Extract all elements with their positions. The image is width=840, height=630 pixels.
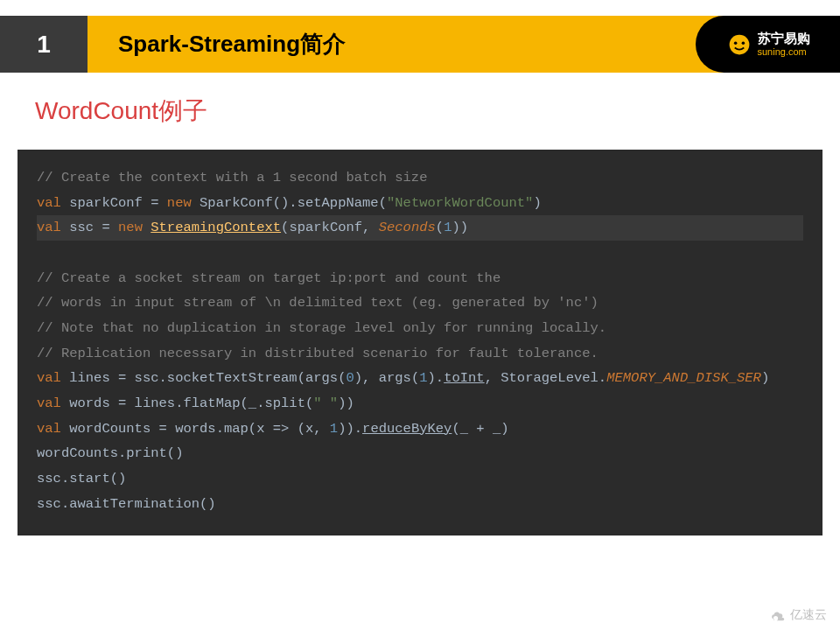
section-number: 1	[37, 31, 51, 59]
code-line: // Note that no duplication in storage l…	[37, 316, 803, 341]
code-line-highlighted: val ssc = new StreamingContext(sparkConf…	[37, 215, 803, 241]
slide-header: 1 Spark-Streaming简介 苏宁易购 suning.com	[0, 16, 840, 73]
svg-point-0	[729, 34, 749, 54]
code-line: // Replication necessary in distributed …	[37, 341, 803, 367]
code-line: wordCounts.print()	[37, 441, 803, 466]
slide-title: Spark-Streaming简介	[88, 16, 696, 73]
section-number-box: 1	[0, 16, 88, 73]
cloud-icon	[769, 610, 787, 620]
code-line: // Create the context with a 1 second ba…	[37, 165, 803, 191]
code-block: // Create the context with a 1 second ba…	[18, 150, 822, 536]
code-line: val sparkConf = new SparkConf().setAppNa…	[37, 191, 803, 216]
code-line: ssc.start()	[37, 466, 803, 492]
logo-text-cn: 苏宁易购	[758, 32, 810, 46]
logo-text-en: suning.com	[758, 46, 810, 57]
watermark-text: 亿速云	[790, 607, 827, 623]
subtitle-cn: 例子	[158, 97, 207, 124]
lion-icon	[726, 32, 752, 58]
svg-point-1	[733, 41, 737, 45]
code-line: ssc.awaitTermination()	[37, 492, 803, 517]
code-line: val words = lines.flatMap(_.split(" "))	[37, 391, 803, 416]
subtitle-en: WordCount	[35, 97, 158, 124]
code-line: val wordCounts = words.map(x => (x, 1)).…	[37, 416, 803, 442]
logo-text: 苏宁易购 suning.com	[758, 32, 810, 57]
code-line: val lines = ssc.socketTextStream(args(0)…	[37, 366, 803, 391]
code-line: // Create a socket stream on target ip:p…	[37, 266, 803, 291]
code-line	[37, 241, 803, 266]
svg-point-2	[741, 41, 745, 45]
subtitle: WordCount例子	[0, 73, 840, 128]
suning-logo: 苏宁易购 suning.com	[696, 16, 840, 73]
code-line: // words in input stream of \n delimited…	[37, 290, 803, 316]
watermark: 亿速云	[769, 607, 827, 623]
